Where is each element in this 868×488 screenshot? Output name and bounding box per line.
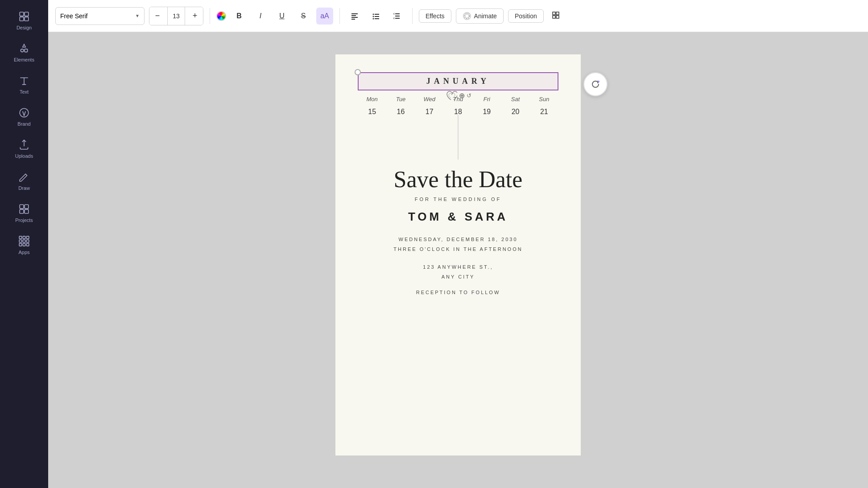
svg-rect-17 xyxy=(19,243,21,246)
svg-rect-4 xyxy=(25,49,28,52)
couple-names: TOM & SARA xyxy=(408,210,508,224)
svg-rect-38 xyxy=(556,16,559,18)
svg-point-24 xyxy=(373,13,374,15)
reception-info: RECEPTION TO FOLLOW xyxy=(416,290,500,295)
strikethrough-button[interactable]: S xyxy=(295,8,312,25)
bold-button[interactable]: B xyxy=(231,8,248,25)
bold-icon: B xyxy=(236,12,242,20)
main-area: Free Serif ▼ − + B I U S aA xyxy=(48,0,868,488)
projects-icon xyxy=(18,203,30,215)
drag-cursor-icon: ⊕ xyxy=(459,91,465,100)
font-size-decrease[interactable]: − xyxy=(149,7,165,25)
sidebar-item-brand[interactable]: Brand xyxy=(0,101,48,133)
day-wed: Wed xyxy=(415,96,444,103)
svg-rect-15 xyxy=(23,240,25,242)
svg-rect-11 xyxy=(19,236,21,238)
sidebar: Design Elements Text Brand Uploads xyxy=(0,0,48,488)
sidebar-item-uploads[interactable]: Uploads xyxy=(0,133,48,165)
divider-2 xyxy=(339,8,340,24)
svg-rect-35 xyxy=(553,12,555,15)
svg-rect-3 xyxy=(25,17,29,21)
animate-icon xyxy=(463,12,471,21)
date-line xyxy=(458,115,458,160)
svg-point-28 xyxy=(373,18,374,19)
svg-point-33 xyxy=(463,12,471,20)
calendar-row-1: 15 16 17 ⊕ ↺ xyxy=(358,106,558,118)
underline-button[interactable]: U xyxy=(273,8,290,25)
month-title[interactable]: JANUARY xyxy=(358,72,558,90)
sidebar-label-projects: Projects xyxy=(15,217,33,223)
sidebar-item-design[interactable]: Design xyxy=(0,4,48,37)
elements-icon xyxy=(18,43,30,54)
day-sun: Sun xyxy=(530,96,558,103)
sidebar-label-uploads: Uploads xyxy=(15,153,33,159)
font-size-increase[interactable]: + xyxy=(187,7,203,25)
grid-button[interactable] xyxy=(548,8,565,25)
animate-button[interactable]: Animate xyxy=(456,8,504,24)
font-selector[interactable]: Free Serif ▼ xyxy=(55,7,145,25)
design-icon xyxy=(18,11,30,22)
date-17: 17 xyxy=(415,106,444,118)
text-icon xyxy=(18,75,30,86)
for-wedding-text: FOR THE WEDDING OF xyxy=(415,197,502,202)
toolbar: Free Serif ▼ − + B I U S aA xyxy=(48,0,868,32)
sidebar-label-text: Text xyxy=(20,89,29,94)
heart-drag-overlay: ⊕ ↺ xyxy=(445,89,471,102)
svg-rect-7 xyxy=(20,205,24,209)
svg-rect-13 xyxy=(26,236,29,238)
color-picker[interactable] xyxy=(216,11,226,21)
january-header[interactable]: JANUARY xyxy=(358,72,558,90)
day-sat: Sat xyxy=(501,96,529,103)
ai-refresh-button[interactable] xyxy=(583,72,608,96)
divider-1 xyxy=(210,8,210,24)
date-21: 21 xyxy=(530,106,558,118)
calendar-grid: Mon Tue Wed Thu Fri Sat Sun 15 16 17 xyxy=(358,96,558,118)
font-size-control: − + xyxy=(149,7,203,25)
svg-rect-10 xyxy=(25,209,29,213)
date-18[interactable]: ⊕ ↺ 18 xyxy=(444,106,472,118)
svg-rect-8 xyxy=(20,209,24,213)
align-left-button[interactable] xyxy=(346,8,363,25)
day-tue: Tue xyxy=(386,96,415,103)
canvas-area[interactable]: JANUARY Mon Tue Wed Thu Fri Sat Sun 15 1… xyxy=(48,32,868,488)
svg-point-26 xyxy=(373,16,374,17)
italic-button[interactable]: I xyxy=(252,8,269,25)
day-mon: Mon xyxy=(358,96,386,103)
underline-icon: U xyxy=(279,12,285,20)
svg-rect-36 xyxy=(556,12,559,15)
heart-icon xyxy=(445,89,457,102)
effects-button[interactable]: Effects xyxy=(419,9,451,23)
save-date-text[interactable]: Save the Date xyxy=(394,167,523,192)
resize-handle[interactable] xyxy=(355,69,361,75)
sidebar-item-apps[interactable]: Apps xyxy=(0,229,48,261)
position-button[interactable]: Position xyxy=(508,9,544,23)
sidebar-item-projects[interactable]: Projects xyxy=(0,197,48,229)
strikethrough-icon: S xyxy=(301,12,306,20)
divider-3 xyxy=(412,8,413,24)
sidebar-label-draw: Draw xyxy=(18,185,30,191)
font-size-input[interactable] xyxy=(167,7,185,25)
list-button[interactable] xyxy=(368,8,384,25)
svg-rect-0 xyxy=(20,12,24,16)
list-icon xyxy=(372,12,380,20)
location-info: 123 ANYWHERE ST., ANY CITY xyxy=(423,262,493,282)
uploads-icon xyxy=(18,139,30,151)
svg-point-34 xyxy=(465,14,469,18)
font-dropdown-arrow: ▼ xyxy=(135,13,140,18)
date-19: 19 xyxy=(472,106,501,118)
svg-rect-9 xyxy=(25,205,29,209)
svg-rect-12 xyxy=(23,236,25,238)
align-left-icon xyxy=(351,12,359,20)
draw-icon xyxy=(18,171,30,183)
case-toggle-button[interactable]: aA xyxy=(316,8,333,25)
svg-rect-1 xyxy=(25,12,29,16)
sidebar-item-text[interactable]: Text xyxy=(0,69,48,101)
sidebar-item-draw[interactable]: Draw xyxy=(0,165,48,197)
line-spacing-icon xyxy=(393,12,401,20)
svg-rect-14 xyxy=(19,240,21,242)
date-16: 16 xyxy=(386,106,415,118)
apps-icon xyxy=(18,235,30,247)
sidebar-item-elements[interactable]: Elements xyxy=(0,37,48,69)
svg-rect-18 xyxy=(23,243,25,246)
line-spacing-button[interactable] xyxy=(389,8,406,25)
